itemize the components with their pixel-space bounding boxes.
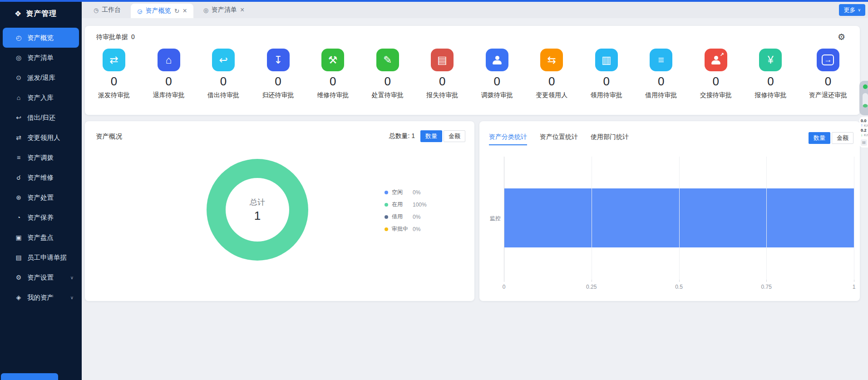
legend-item-审批中[interactable]: 审批中0% bbox=[385, 225, 427, 233]
bar[interactable] bbox=[504, 188, 854, 247]
overview-header-right: 总数量: 1 数量 金额 bbox=[389, 130, 465, 142]
sidebar-item-employee-request[interactable]: ▤员工申请单据 bbox=[3, 247, 79, 267]
stat-repair-pending[interactable]: ⚒0维修待审批 bbox=[316, 49, 349, 99]
sidebar-item-asset-repair[interactable]: ☌资产维修 bbox=[3, 168, 79, 188]
stat-dispatch-pending[interactable]: ⇄0派发待审批 bbox=[98, 49, 130, 99]
tab-location-stats[interactable]: 资产位置统计 bbox=[540, 133, 578, 145]
app-logo: ❖ 资产管理 bbox=[0, 2, 82, 25]
sidebar-bottom-badge[interactable] bbox=[1, 373, 58, 380]
more-label: 更多 bbox=[843, 6, 855, 14]
amount-toggle-button[interactable]: 金额 bbox=[832, 132, 853, 144]
legend-percent: 0% bbox=[413, 214, 420, 220]
tab-asset-overview[interactable]: ◶ 资产概览 ↻ × bbox=[131, 4, 193, 18]
stat-report-repair-pending[interactable]: ¥0报修待审批 bbox=[754, 49, 787, 99]
donut-chart[interactable] bbox=[207, 159, 308, 261]
compass-icon: ◶ bbox=[137, 8, 142, 15]
sidebar-item-dispatch-return[interactable]: ⊙派发/退库 bbox=[3, 68, 79, 88]
stat-transfer-pending[interactable]: 0调拨待审批 bbox=[481, 49, 513, 99]
gridline bbox=[854, 157, 854, 280]
tab-workbench[interactable]: ◷ 工作台 bbox=[87, 2, 127, 18]
stat-handover-pending[interactable]: ↗0交接待审批 bbox=[700, 49, 732, 99]
sidebar-item-my-assets[interactable]: ◈我的资产∨ bbox=[3, 287, 79, 307]
legend-item-空闲[interactable]: 空闲0% bbox=[385, 188, 427, 196]
net-settings-icon[interactable]: ▤ bbox=[861, 139, 867, 146]
stat-dispose-pending[interactable]: ✎0处置待审批 bbox=[371, 49, 404, 99]
sidebar-item-asset-inventory[interactable]: ▣资产盘点 bbox=[3, 227, 79, 247]
sidebar-item-asset-dispose[interactable]: ⊛资产处置 bbox=[3, 188, 79, 207]
stat-asset-return-approval[interactable]: →0资产退还审批 bbox=[809, 49, 847, 99]
download-unit: K/s bbox=[864, 133, 868, 137]
sidebar-item-asset-maintain[interactable]: ◔资产保养 bbox=[3, 207, 79, 227]
stat-label: 领用待审批 bbox=[591, 91, 622, 99]
amount-toggle-button[interactable]: 金额 bbox=[444, 130, 465, 142]
quantity-toggle-button[interactable]: 数量 bbox=[809, 132, 830, 144]
legend-name: 借用 bbox=[392, 213, 413, 221]
dispose-pending-icon: ✎ bbox=[376, 49, 399, 71]
more-button[interactable]: 更多 ∨ bbox=[839, 4, 865, 16]
x-tick-label: 0.75 bbox=[761, 284, 772, 290]
stat-value: 0 bbox=[825, 75, 831, 87]
sidebar: ❖ 资产管理 ◴资产概览◎资产清单⊙派发/退库⌂资产入库↩借出/归还⇄变更领用人… bbox=[0, 2, 82, 380]
return-pending-glyph: ↧ bbox=[274, 55, 282, 65]
overview-card-header: 资产概况 总数量: 1 数量 金额 bbox=[96, 130, 465, 142]
legend-percent: 0% bbox=[413, 189, 420, 196]
sidebar-item-label: 资产设置 bbox=[27, 273, 54, 282]
sidebar-item-lend-return[interactable]: ↩借出/归还 bbox=[3, 108, 79, 128]
gear-icon[interactable]: ⚙ bbox=[838, 32, 845, 42]
sidebar-item-asset-list[interactable]: ◎资产清单 bbox=[3, 48, 79, 68]
tab-category-stats[interactable]: 资产分类统计 bbox=[489, 133, 527, 145]
asset-settings-icon: ⚙ bbox=[15, 274, 23, 281]
stat-return-pending[interactable]: ↧0归还待审批 bbox=[262, 49, 295, 99]
sidebar-item-label: 资产保养 bbox=[27, 213, 54, 222]
sidebar-item-label: 资产处置 bbox=[27, 193, 54, 202]
chevron-down-icon: ∨ bbox=[70, 275, 74, 280]
stat-claim-pending[interactable]: ▥0领用待审批 bbox=[590, 49, 623, 99]
quantity-toggle-button[interactable]: 数量 bbox=[420, 130, 442, 142]
status-dot-icon bbox=[863, 84, 868, 89]
return-storage-pending-icon: ⌂ bbox=[158, 49, 180, 71]
stat-report-loss-pending[interactable]: ▤0报失待审批 bbox=[426, 49, 459, 99]
sidebar-item-asset-overview[interactable]: ◴资产概览 bbox=[3, 28, 79, 48]
tab-asset-list[interactable]: ◎ 资产清单 × bbox=[197, 2, 251, 18]
cube-logo-icon: ❖ bbox=[15, 9, 21, 19]
stat-return-storage-pending[interactable]: ⌂0退库待审批 bbox=[153, 49, 185, 99]
stat-change-user-pending[interactable]: ⇆0变更领用人 bbox=[535, 49, 568, 99]
refresh-icon[interactable]: ↻ bbox=[174, 7, 180, 15]
download-value: 0.2 bbox=[861, 128, 868, 133]
arrow-up-icon: ↑ bbox=[861, 123, 863, 128]
stat-label: 处置待审批 bbox=[372, 91, 404, 99]
close-icon[interactable]: × bbox=[182, 7, 187, 15]
borrow-pending-glyph: ≡ bbox=[658, 55, 664, 65]
tab-department-stats[interactable]: 使用部门统计 bbox=[591, 133, 629, 145]
chevron-down-icon: ∨ bbox=[70, 295, 74, 300]
total-count-label: 总数量: bbox=[389, 132, 409, 139]
arrow-up-right-icon: ↗ bbox=[720, 52, 724, 58]
asset-transfer-icon: ≡ bbox=[15, 154, 23, 161]
dispose-pending-glyph: ✎ bbox=[383, 55, 392, 65]
tab-label: 资产概览 bbox=[146, 7, 171, 15]
legend-item-借用[interactable]: 借用0% bbox=[385, 213, 427, 221]
stat-value: 0 bbox=[439, 75, 445, 87]
net-widget-handle[interactable] bbox=[859, 81, 868, 115]
report-repair-pending-glyph: ¥ bbox=[768, 55, 774, 65]
legend-item-在用[interactable]: 在用100% bbox=[385, 201, 427, 208]
sidebar-item-change-user[interactable]: ⇄变更领用人 bbox=[3, 128, 79, 148]
sidebar-item-asset-settings[interactable]: ⚙资产设置∨ bbox=[3, 267, 79, 287]
return-storage-pending-glyph: ⌂ bbox=[166, 55, 172, 65]
close-icon[interactable]: × bbox=[240, 6, 244, 14]
asset-storage-in-icon: ⌂ bbox=[15, 94, 23, 101]
net-monitor-widget[interactable]: 0.0 ↑ K/s 0.2 ↓ K/s ▤ bbox=[859, 81, 868, 148]
stat-borrow-pending[interactable]: ≡0借用待审批 bbox=[645, 49, 677, 99]
sidebar-item-asset-transfer[interactable]: ≡资产调拨 bbox=[3, 148, 79, 168]
return-pending-icon: ↧ bbox=[267, 49, 290, 71]
sidebar-item-asset-storage-in[interactable]: ⌂资产入库 bbox=[3, 88, 79, 108]
sidebar-menu: ◴资产概览◎资产清单⊙派发/退库⌂资产入库↩借出/归还⇄变更领用人≡资产调拨☌资… bbox=[0, 28, 82, 307]
arrow-right-box-icon: → bbox=[822, 54, 834, 65]
report-loss-pending-glyph: ▤ bbox=[437, 55, 447, 65]
user-icon bbox=[493, 56, 502, 64]
stat-lend-pending[interactable]: ↩0借出待审批 bbox=[207, 49, 240, 99]
legend-dot-icon bbox=[385, 203, 388, 207]
donut-legend: 空闲0%在用100%借用0%审批中0% bbox=[385, 188, 427, 237]
gauge-icon: ◷ bbox=[94, 7, 99, 14]
sidebar-item-label: 变更领用人 bbox=[27, 133, 60, 142]
